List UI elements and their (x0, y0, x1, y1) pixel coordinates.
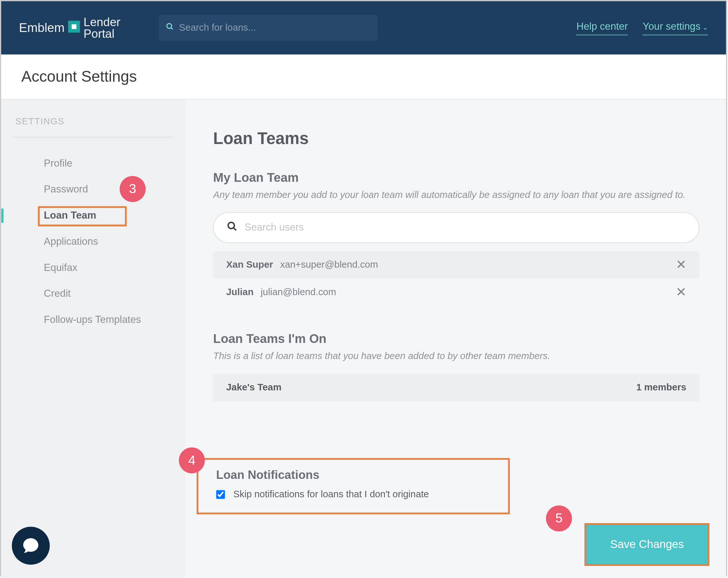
on-teams-desc: This is a list of loan teams that you ha… (213, 350, 700, 363)
logo-mark-icon (68, 21, 80, 33)
svg-point-0 (167, 24, 172, 28)
annotation-badge-5: 5 (546, 505, 572, 531)
loan-teams-title: Loan Teams (213, 129, 700, 148)
logo-suffix: Lender Portal (84, 16, 120, 40)
sidebar-item-applications[interactable]: Applications (13, 229, 173, 255)
team-member-row: Xan Super xan+super@blend.com ✕ (213, 252, 700, 279)
page-title-bar: Account Settings (1, 55, 726, 99)
your-settings-label: Your settings (643, 20, 701, 32)
svg-line-1 (171, 28, 173, 29)
member-name: Julian (226, 287, 254, 298)
loan-search-input[interactable] (179, 23, 371, 33)
sidebar-heading: SETTINGS (13, 116, 173, 126)
loan-notifications-heading: Loan Notifications (216, 468, 429, 482)
team-row: Jake's Team 1 members (213, 374, 700, 401)
skip-notifications-row[interactable]: Skip notifications for loans that I don'… (216, 489, 429, 500)
sidebar-item-equifax[interactable]: Equifax (13, 255, 173, 281)
my-loan-team-heading: My Loan Team (213, 171, 700, 185)
loan-search[interactable] (159, 15, 378, 41)
logo-line1: Lender (84, 16, 120, 28)
team-member-row: Julian julian@blend.com ✕ (213, 279, 700, 306)
loan-teams-im-on: Loan Teams I'm On This is a list of loan… (213, 332, 700, 401)
logo-brand: Emblem (19, 21, 64, 35)
annotation-badge-3: 3 (120, 176, 146, 202)
sidebar-item-credit[interactable]: Credit (13, 281, 173, 307)
member-email: xan+super@blend.com (280, 260, 378, 270)
help-center-link[interactable]: Help center (576, 20, 628, 35)
remove-member-icon[interactable]: ✕ (676, 285, 686, 300)
sidebar-item-password[interactable]: Password (13, 177, 173, 203)
sidebar-item-loan-team[interactable]: Loan Team (13, 203, 173, 229)
chevron-down-icon: ⌄ (702, 23, 708, 31)
sidebar-item-label: Loan Team (44, 210, 96, 221)
team-name: Jake's Team (226, 382, 281, 393)
logo: Emblem Lender Portal (19, 16, 120, 40)
sidebar-item-followups[interactable]: Follow-ups Templates (13, 307, 173, 333)
loan-notifications-box: Loan Notifications Skip notifications fo… (197, 458, 510, 514)
search-users[interactable] (213, 212, 700, 243)
sidebar-item-profile[interactable]: Profile (13, 150, 173, 177)
svg-line-3 (233, 228, 236, 230)
settings-sidebar: SETTINGS Profile Password Loan Team Appl… (1, 99, 185, 578)
chat-widget-button[interactable] (12, 527, 50, 564)
my-loan-team-desc: Any team member you add to your loan tea… (213, 189, 700, 202)
sidebar-divider (13, 137, 173, 137)
skip-notifications-checkbox[interactable] (216, 490, 225, 499)
on-teams-heading: Loan Teams I'm On (213, 332, 700, 346)
team-member-list: Xan Super xan+super@blend.com ✕ Julian j… (213, 252, 700, 306)
svg-point-2 (228, 223, 234, 229)
member-email: julian@blend.com (261, 287, 336, 298)
skip-notifications-label: Skip notifications for loans that I don'… (233, 489, 429, 500)
your-settings-link[interactable]: Your settings⌄ (643, 20, 708, 35)
page-title: Account Settings (21, 68, 706, 86)
save-changes-button[interactable]: Save Changes (585, 523, 710, 566)
search-users-input[interactable] (244, 222, 686, 234)
top-bar: Emblem Lender Portal Help center Your se… (1, 1, 726, 55)
member-name: Xan Super (226, 260, 273, 270)
chat-icon (21, 536, 41, 556)
topbar-right: Help center Your settings⌄ (576, 20, 708, 35)
remove-member-icon[interactable]: ✕ (676, 257, 686, 273)
content-area: SETTINGS Profile Password Loan Team Appl… (1, 99, 726, 578)
active-indicator (1, 208, 4, 223)
search-icon (227, 221, 237, 234)
main-panel: Loan Teams My Loan Team Any team member … (185, 99, 726, 578)
logo-line2: Portal (84, 28, 120, 40)
annotation-badge-4: 4 (179, 447, 205, 473)
search-icon (166, 23, 174, 33)
team-member-count: 1 members (636, 382, 686, 393)
